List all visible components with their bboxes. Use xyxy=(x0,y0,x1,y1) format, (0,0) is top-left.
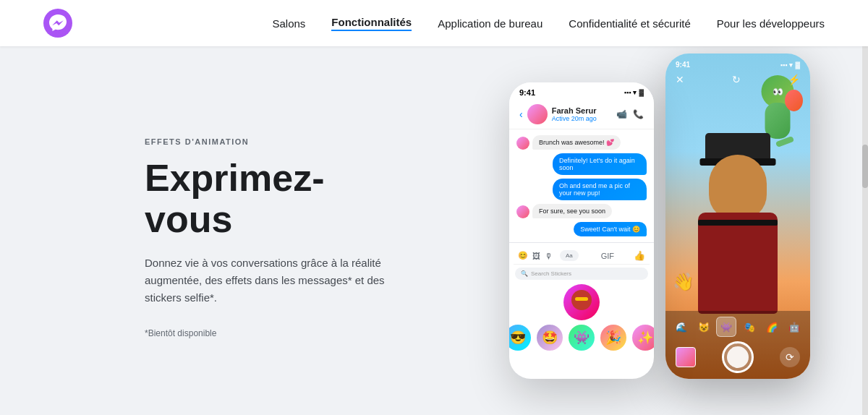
effect-item[interactable]: 🌊 xyxy=(671,317,692,337)
logo-area xyxy=(43,9,72,38)
message-item: Definitely! Let's do it again soon xyxy=(516,153,647,175)
effect-item[interactable]: 🌈 xyxy=(762,317,782,337)
nav-confidentialite[interactable]: Confidentialité et sécurité xyxy=(569,17,690,30)
camera-switch-button[interactable]: ⟳ xyxy=(780,347,800,367)
sticker-item[interactable]: 🤩 xyxy=(537,325,563,351)
gallery-thumbnail[interactable] xyxy=(676,347,696,367)
back-arrow-icon[interactable]: ‹ xyxy=(519,108,523,120)
gif-icon[interactable]: GIF xyxy=(601,252,614,260)
scrollbar-thumb[interactable] xyxy=(862,145,868,188)
shutter-button[interactable] xyxy=(722,341,754,373)
sticker-grid: 😎 🤩 👾 🎉 ✨ xyxy=(514,284,650,351)
contact-avatar xyxy=(527,104,548,124)
camera-phone: 9:41 ▪▪▪ ▾ ▓ ✕ ↻ ⚡ 👀 xyxy=(665,54,810,379)
battery-icon: ▓ xyxy=(639,89,644,96)
scrollbar[interactable] xyxy=(862,0,868,415)
camera-time: 9:41 xyxy=(676,61,690,69)
contact-name: Farah Serur xyxy=(552,106,612,115)
sticker-item[interactable]: 😎 xyxy=(509,325,531,351)
nav-developpeurs[interactable]: Pour les développeurs xyxy=(717,17,825,30)
status-icons: ▪▪▪ ▾ ▓ xyxy=(624,89,644,96)
effect-item-selected[interactable]: 👾 xyxy=(716,317,736,337)
chat-status-bar: 9:41 ▪▪▪ ▾ ▓ xyxy=(509,82,654,100)
sticker-item[interactable]: ✨ xyxy=(632,325,654,351)
main-nav: Salons Fonctionnalités Application de bu… xyxy=(272,16,825,31)
message-item: For sure, see you soon xyxy=(516,204,647,218)
sticker-panel: 😊 🖼 🎙 Aa GIF 👍 🔍 Search Stickers xyxy=(509,242,654,355)
sticker-item[interactable]: 🎉 xyxy=(600,325,626,351)
message-toolbar: 😊 🖼 🎙 Aa GIF 👍 xyxy=(514,247,650,265)
like-button[interactable]: 👍 xyxy=(634,250,645,261)
video-call-icon[interactable]: 📹 xyxy=(616,109,627,119)
image-icon[interactable]: 🖼 xyxy=(532,252,540,260)
search-stickers-placeholder: Search Stickers xyxy=(531,270,571,277)
camera-status-bar: 9:41 ▪▪▪ ▾ ▓ xyxy=(665,54,810,73)
phone-call-icon[interactable]: 📞 xyxy=(633,109,644,119)
footnote-text: *Bientôt disponible xyxy=(145,328,420,338)
toolbar-icons: 😊 🖼 🎙 Aa xyxy=(518,250,582,261)
camera-bottom-controls: 🌊 😺 👾 🎭 🌈 🤖 ⟳ xyxy=(665,311,810,379)
chat-time: 9:41 xyxy=(519,88,535,97)
chat-header: ‹ Farah Serur Active 20m ago 📹 📞 xyxy=(509,100,654,129)
nav-fonctionnalites[interactable]: Fonctionnalités xyxy=(331,16,412,31)
message-bubble-right: Oh and send me a pic of your new pup! xyxy=(553,179,647,200)
messages-area: Brunch was awesome! 💕 Definitely! Let's … xyxy=(509,129,654,242)
wifi-icon: ▾ xyxy=(789,61,793,69)
camera-top-controls: ✕ ↻ ⚡ xyxy=(665,74,810,85)
shutter-row: ⟳ xyxy=(670,341,806,373)
message-item: Sweet! Can't wait 😊 xyxy=(516,222,647,236)
shirt-stripe xyxy=(698,220,778,226)
effect-item[interactable]: 🎭 xyxy=(739,317,760,337)
sticker-item[interactable]: 👾 xyxy=(569,325,595,351)
main-content: EFFETS D'ANIMATION Exprimez- vous Donnez… xyxy=(0,46,868,415)
message-bubble-left: For sure, see you soon xyxy=(532,204,612,218)
phones-container: 9:41 ▪▪▪ ▾ ▓ ‹ Farah Serur Active 20m ag… xyxy=(509,46,810,379)
sticker-search[interactable]: 🔍 Search Stickers xyxy=(515,268,648,280)
svg-point-0 xyxy=(43,9,72,38)
chat-phone: 9:41 ▪▪▪ ▾ ▓ ‹ Farah Serur Active 20m ag… xyxy=(509,82,654,379)
wifi-icon: ▾ xyxy=(633,89,637,96)
msg-avatar xyxy=(516,137,529,150)
search-icon: 🔍 xyxy=(521,270,528,277)
camera-background: 9:41 ▪▪▪ ▾ ▓ ✕ ↻ ⚡ 👀 xyxy=(665,54,810,379)
chat-action-icons: 📹 📞 xyxy=(616,109,644,119)
message-bubble-right: Sweet! Can't wait 😊 xyxy=(574,222,647,236)
wave-gesture: 👋 xyxy=(673,272,694,292)
camera-flip-icon: ⟳ xyxy=(786,351,794,363)
message-item: Brunch was awesome! 💕 xyxy=(516,135,647,150)
flash-icon[interactable]: ⚡ xyxy=(788,74,800,85)
messenger-logo-icon xyxy=(43,9,72,38)
person-face xyxy=(709,155,767,220)
effects-row: 🌊 😺 👾 🎭 🌈 🤖 xyxy=(670,317,806,337)
contact-status: Active 20m ago xyxy=(552,115,612,122)
shutter-inner xyxy=(727,346,749,368)
ar-arm xyxy=(775,136,794,147)
chat-name-area: Farah Serur Active 20m ago xyxy=(552,106,612,122)
message-item: Oh and send me a pic of your new pup! xyxy=(516,179,647,200)
main-title: Exprimez- vous xyxy=(145,158,420,240)
message-bubble-left: Brunch was awesome! 💕 xyxy=(532,135,621,150)
sticker-row: 😎 🤩 👾 🎉 ✨ xyxy=(509,325,654,351)
featured-sticker[interactable] xyxy=(563,284,600,320)
ar-balloon xyxy=(785,90,803,111)
signal-icon: ▪▪▪ xyxy=(780,61,788,69)
rotate-icon[interactable]: ↻ xyxy=(732,74,741,85)
title-line1: Exprimez- xyxy=(145,157,325,199)
close-icon[interactable]: ✕ xyxy=(676,74,684,85)
effect-item[interactable]: 🤖 xyxy=(784,317,804,337)
emoji-icon[interactable]: 😊 xyxy=(518,251,528,260)
effect-item[interactable]: 😺 xyxy=(694,317,714,337)
nav-application-bureau[interactable]: Application de bureau xyxy=(438,17,542,30)
mic-icon[interactable]: 🎙 xyxy=(545,252,553,260)
nav-salons[interactable]: Salons xyxy=(272,17,305,30)
header: Salons Fonctionnalités Application de bu… xyxy=(0,0,868,46)
ar-eyes: 👀 xyxy=(773,87,783,97)
msg-avatar xyxy=(516,205,529,218)
battery-icon: ▓ xyxy=(795,61,800,69)
section-label: EFFETS D'ANIMATION xyxy=(145,137,420,146)
description-text: Donnez vie à vos conversations grâce à l… xyxy=(145,254,420,307)
message-input[interactable]: Aa xyxy=(560,250,579,261)
person-silhouette xyxy=(691,147,785,314)
message-bubble-right: Definitely! Let's do it again soon xyxy=(553,153,647,175)
person-body xyxy=(698,213,778,314)
